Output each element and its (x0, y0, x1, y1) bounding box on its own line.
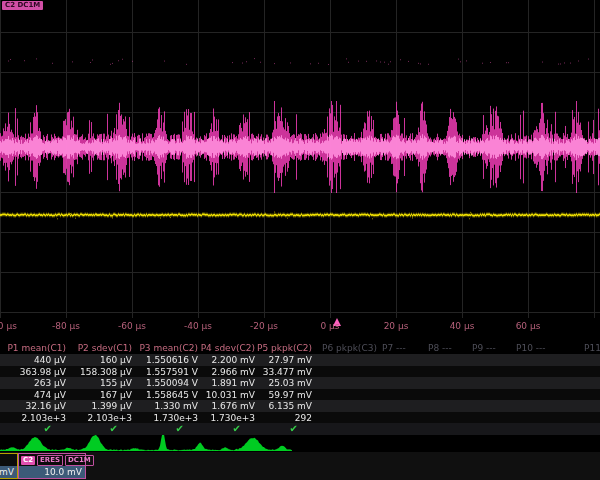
param-cell: 25.03 mV (246, 378, 312, 388)
time-axis-label: 60 µs (504, 321, 552, 331)
param-cell: 2.103e+3 (66, 413, 132, 423)
param-header-inactive[interactable]: P8 --- (428, 343, 452, 353)
param-header[interactable]: P5 pkpk(C2) (222, 343, 312, 353)
param-cell: 155 µV (66, 378, 132, 388)
param-header-inactive[interactable]: P10 --- (516, 343, 545, 353)
param-cell: 167 µV (66, 390, 132, 400)
param-header-inactive[interactable]: P7 --- (382, 343, 406, 353)
param-cell: 363.98 µV (0, 367, 66, 377)
time-axis-label: -40 µs (174, 321, 222, 331)
param-cell: 440 µV (0, 355, 66, 365)
param-status-check: ✔ (44, 423, 52, 434)
time-axis-label: -80 µs (42, 321, 90, 331)
channel2-descriptor[interactable]: C2 ERES DC1M 10.0 mV (18, 453, 86, 479)
param-cell: 33.477 mV (246, 367, 312, 377)
param-status-check: ✔ (176, 423, 184, 434)
param-header-inactive[interactable]: P6 pkpk(C3) (322, 343, 377, 353)
param-cell: 2.103e+3 (0, 413, 66, 423)
param-cell: 263 µV (0, 378, 66, 388)
param-status-check: ✔ (110, 423, 118, 434)
param-status-check: ✔ (233, 423, 241, 434)
time-axis-label: 0 µs (306, 321, 354, 331)
param-cell: 292 (246, 413, 312, 423)
param-cell: 474 µV (0, 390, 66, 400)
param-cell: 6.135 mV (246, 401, 312, 411)
param-header-inactive[interactable]: P11 (584, 343, 600, 353)
c2-trace-label-chip: C2 DC1M (2, 1, 43, 10)
oscilloscope-screen: C2 DC1M -100 µs-80 µs-60 µs-40 µs-20 µs0… (0, 0, 600, 480)
c2-eres-badge: ERES (37, 455, 63, 466)
measurement-table: P1 mean(C1)440 µV363.98 µV263 µV474 µV32… (0, 343, 600, 436)
time-axis: -100 µs-80 µs-60 µs-40 µs-20 µs0 µs20 µs… (0, 318, 600, 333)
table-status-stripe (0, 423, 600, 435)
param-cell: 32.16 µV (0, 401, 66, 411)
param-cell: 59.97 mV (246, 390, 312, 400)
channel1-descriptor[interactable]: C1 DC1M 10.0 mV (0, 453, 18, 479)
time-axis-label: -20 µs (240, 321, 288, 331)
param-cell: 160 µV (66, 355, 132, 365)
time-axis-label: 20 µs (372, 321, 420, 331)
c1-scale-value: 10.0 mV (0, 466, 17, 478)
time-axis-label: -100 µs (0, 321, 24, 331)
param-cell: 27.97 mV (246, 355, 312, 365)
param-cell: 1.399 µV (66, 401, 132, 411)
time-axis-label: -60 µs (108, 321, 156, 331)
param-cell: 158.308 µV (66, 367, 132, 377)
c2-scale-value: 10.0 mV (19, 466, 85, 478)
param-header-inactive[interactable]: P9 --- (472, 343, 496, 353)
c2-label-badge: C2 (21, 456, 35, 465)
time-axis-label: 40 µs (438, 321, 486, 331)
descriptor-bar: C1 DC1M 10.0 mV C2 ERES DC1M 10.0 mV + H… (0, 452, 600, 480)
param-status-check: ✔ (290, 423, 298, 434)
c2-coupling-badge: DC1M (65, 455, 94, 466)
